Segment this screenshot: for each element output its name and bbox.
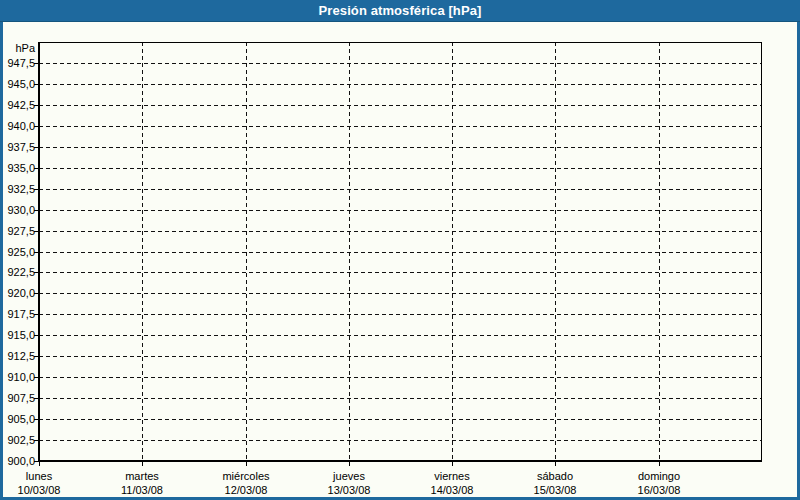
x-tick-date-label: 15/03/08 xyxy=(534,484,577,496)
x-tick-day-label: viernes xyxy=(434,470,470,482)
x-tick-day-label: sábado xyxy=(537,470,573,482)
y-tick-label: 945,0 xyxy=(7,78,35,90)
chart-title: Presión atmosférica [hPa] xyxy=(319,3,482,18)
y-tick-label: 922,5 xyxy=(7,266,35,278)
x-tick-date-label: 10/03/08 xyxy=(18,484,61,496)
x-tick-day-label: lunes xyxy=(26,470,53,482)
x-tick-date-label: 11/03/08 xyxy=(121,484,163,496)
x-tick-day-label: martes xyxy=(125,470,159,482)
y-tick-label: 932,5 xyxy=(7,183,35,195)
y-tick-label: 937,5 xyxy=(7,141,35,153)
y-tick-label: 927,5 xyxy=(7,225,35,237)
y-tick-label: 942,5 xyxy=(7,99,35,111)
y-tick-label: 925,0 xyxy=(7,246,35,258)
x-tick-date-label: 16/03/08 xyxy=(638,484,681,496)
y-tick-label: 905,0 xyxy=(7,413,35,425)
x-tick-day-label: domingo xyxy=(638,470,680,482)
y-tick-label: 917,5 xyxy=(7,308,35,320)
y-tick-label: 900,0 xyxy=(7,455,35,467)
y-tick-label: 947,5 xyxy=(7,57,35,69)
y-axis-unit-label: hPa xyxy=(15,42,35,54)
x-tick-date-label: 12/03/08 xyxy=(225,484,268,496)
y-tick-label: 930,0 xyxy=(7,204,35,216)
chart-title-bar: Presión atmosférica [hPa] xyxy=(0,0,800,22)
y-tick-label: 920,0 xyxy=(7,287,35,299)
y-tick-label: 910,0 xyxy=(7,371,35,383)
y-tick-label: 907,5 xyxy=(7,392,35,404)
y-tick-label: 935,0 xyxy=(7,162,35,174)
y-tick-label: 915,0 xyxy=(7,329,35,341)
x-tick-date-label: 14/03/08 xyxy=(431,484,474,496)
x-tick-day-label: jueves xyxy=(332,470,365,482)
y-tick-label: 902,5 xyxy=(7,434,35,446)
y-tick-label: 940,0 xyxy=(7,120,35,132)
y-tick-label: 912,5 xyxy=(7,350,35,362)
pressure-line-chart: 947,5945,0942,5940,0937,5935,0932,5930,0… xyxy=(3,22,797,497)
x-tick-day-label: miércoles xyxy=(222,470,270,482)
chart-content: 947,5945,0942,5940,0937,5935,0932,5930,0… xyxy=(3,22,797,497)
pressure-chart-window: Presión atmosférica [hPa] 947,5945,0942,… xyxy=(0,0,800,500)
x-tick-date-label: 13/03/08 xyxy=(328,484,371,496)
